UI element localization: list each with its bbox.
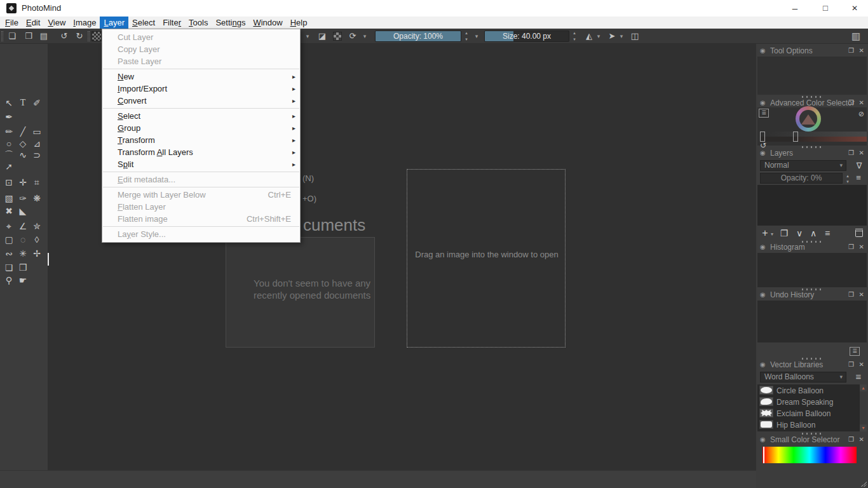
color-wheel[interactable] — [796, 106, 821, 132]
menu-item-copy-layer[interactable]: Copy Layer — [102, 43, 300, 55]
float-docker-icon[interactable]: ❐ — [848, 47, 854, 54]
scroll-down-icon[interactable]: ▾ — [860, 424, 867, 431]
list-item[interactable]: Dream Speaking — [757, 396, 859, 408]
docker-lock-icon[interactable]: ◉ — [760, 99, 766, 106]
tool-bezier-curve[interactable]: ⌒ — [3, 149, 15, 161]
close-docker-icon[interactable]: ✕ — [859, 361, 864, 368]
close-docker-icon[interactable]: ✕ — [859, 291, 864, 298]
close-window-button[interactable]: ✕ — [844, 0, 865, 17]
selector-settings-icon[interactable]: ☰ — [759, 109, 769, 118]
brush-size-slider[interactable]: Size: 40.00 px — [484, 30, 569, 42]
wrap-around-icon[interactable]: ◫ — [628, 29, 642, 44]
library-options-icon[interactable]: ≡ — [853, 372, 864, 382]
menu-item-paste-layer[interactable]: Paste Layer — [102, 55, 300, 67]
docker-lock-icon[interactable]: ◉ — [760, 291, 766, 298]
hue-bar[interactable] — [763, 447, 857, 463]
tool-multibrush[interactable]: ➚ — [3, 160, 15, 173]
tool-freehand-brush[interactable]: ✏ — [3, 125, 15, 138]
menu-item-merge-with-layer-below[interactable]: Merge with Layer BelowCtrl+E — [102, 189, 300, 201]
scrollbar[interactable]: ▴ ▾ — [860, 384, 867, 431]
drag-drop-zone[interactable]: Drag an image into the window to open — [407, 169, 566, 348]
workspace-chooser-icon[interactable]: ▥ — [849, 29, 863, 44]
opacity-spinner[interactable]: ▴▾ — [463, 30, 470, 43]
menu-view[interactable]: View — [44, 17, 69, 29]
save-icon[interactable]: ▤ — [37, 29, 51, 44]
detail-view-icon[interactable]: ☰ — [850, 347, 860, 356]
menu-item-transform[interactable]: Transform▸ — [102, 134, 300, 146]
docker-lock-icon[interactable]: ◉ — [760, 361, 766, 368]
tool-magnetic-select[interactable]: ❏ — [3, 261, 15, 274]
menu-item-group[interactable]: Group▸ — [102, 122, 300, 134]
tool-smart-patch[interactable]: ✖ — [3, 205, 15, 217]
layer-filter-icon[interactable]: ∇ — [854, 161, 864, 171]
tool-select-shapes[interactable]: ↖ — [3, 97, 15, 109]
tool-polyline[interactable]: ⊿ — [31, 137, 43, 150]
docker-lock-icon[interactable]: ◉ — [760, 243, 766, 250]
menu-item-new[interactable]: New▸ — [102, 71, 300, 83]
docker-lock-icon[interactable]: ◉ — [760, 47, 766, 54]
list-item[interactable]: Hip Balloon — [757, 419, 859, 431]
tool-color-sampler[interactable]: ✑ — [17, 192, 29, 205]
docker-splitter[interactable] — [802, 433, 822, 435]
menu-edit[interactable]: Edit — [22, 17, 44, 29]
tool-reference-images[interactable]: ✮ — [31, 220, 43, 233]
tool-ellipse-select[interactable]: ◌ — [17, 233, 29, 246]
tool-gradient[interactable]: ▧ — [3, 192, 15, 205]
docker-lock-icon[interactable]: ◉ — [760, 149, 766, 156]
tool-bezier-select[interactable]: ✢ — [31, 247, 43, 260]
tool-move[interactable]: ✛ — [17, 176, 29, 189]
close-docker-icon[interactable]: ✕ — [859, 47, 864, 54]
toolbar-handle[interactable] — [88, 31, 90, 41]
library-dropdown[interactable]: Word Balloons ▾ — [760, 372, 846, 383]
mirror-dropdown-icon[interactable]: ▾ — [595, 29, 602, 44]
close-docker-icon[interactable]: ✕ — [859, 243, 864, 250]
tool-measure[interactable]: ∠ — [17, 220, 29, 233]
menu-item-flatten-image[interactable]: Flatten imageCtrl+Shift+E — [102, 213, 300, 225]
new-document-link-fragment[interactable]: (N) — [302, 173, 314, 183]
layer-options-icon[interactable]: ≡ — [853, 173, 864, 183]
add-layer-dropdown-icon[interactable]: ▾ — [769, 228, 775, 241]
menu-file[interactable]: File — [1, 17, 22, 29]
blend-mode-dropdown[interactable]: Normal ▾ — [760, 160, 846, 171]
menu-tools[interactable]: Tools — [185, 17, 212, 29]
layer-opacity-spinner[interactable]: ▴▾ — [844, 173, 851, 184]
tool-pattern-edit[interactable]: ❋ — [31, 192, 43, 205]
move-layer-up-button[interactable]: ∧ — [807, 227, 820, 240]
list-item[interactable]: Exclaim Balloon — [757, 408, 859, 419]
new-document-icon[interactable]: ❏ — [5, 29, 19, 44]
tool-assistants[interactable]: ⌖ — [3, 220, 15, 233]
no-color-icon[interactable]: ⊘ — [858, 109, 864, 119]
tool-outline-select[interactable]: ∾ — [3, 247, 15, 260]
tool-crop[interactable]: ⌗ — [31, 176, 43, 189]
docker-splitter[interactable] — [802, 146, 822, 148]
maximize-button[interactable]: □ — [815, 0, 836, 17]
close-docker-icon[interactable]: ✕ — [859, 99, 864, 106]
layer-properties-button[interactable]: ≡ — [821, 227, 834, 240]
tool-rect-select[interactable]: ▢ — [3, 233, 15, 246]
tool-dynamic-brush[interactable]: ⊃ — [31, 149, 43, 161]
scroll-up-icon[interactable]: ▴ — [860, 384, 867, 391]
docker-splitter[interactable] — [802, 96, 822, 98]
tool-curve-select[interactable]: ❒ — [17, 261, 29, 274]
float-docker-icon[interactable]: ❐ — [848, 436, 854, 443]
menu-item-convert[interactable]: Convert▸ — [102, 95, 300, 107]
menu-item-cut-layer[interactable]: Cut Layer — [102, 31, 300, 43]
menu-select[interactable]: Select — [128, 17, 159, 29]
mirror-vertical-icon[interactable]: ➤ — [605, 29, 619, 44]
tool-pan[interactable]: ☛ — [17, 274, 29, 287]
float-docker-icon[interactable]: ❐ — [848, 99, 854, 106]
redo-icon[interactable]: ↻ — [72, 29, 86, 44]
menu-window[interactable]: Window — [249, 17, 286, 29]
shade-strip-1[interactable] — [760, 132, 867, 137]
open-document-icon[interactable]: ❒ — [22, 29, 36, 44]
tool-freehand-path[interactable]: ∿ — [17, 149, 29, 161]
tool-calligraphy[interactable]: ✒ — [3, 111, 15, 123]
tool-edit-shapes[interactable]: ✐ — [31, 97, 43, 109]
delete-layer-button[interactable] — [855, 229, 863, 237]
menu-layer[interactable]: Layer — [100, 17, 128, 29]
docker-lock-icon[interactable]: ◉ — [760, 436, 766, 443]
layer-list[interactable] — [757, 185, 867, 226]
float-docker-icon[interactable]: ❐ — [848, 361, 854, 368]
resize-grip[interactable] — [860, 480, 867, 487]
menu-item-split[interactable]: Split▸ — [102, 158, 300, 170]
